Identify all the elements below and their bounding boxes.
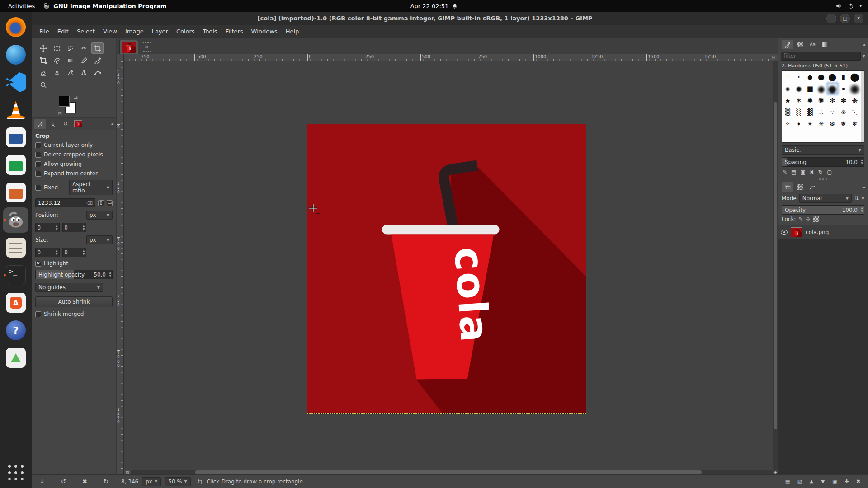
paintbrush-tool-icon[interactable] [91,55,104,66]
checkbox[interactable] [35,171,41,177]
menu-item[interactable]: Colors [172,26,199,37]
dock-item-trash[interactable] [3,345,28,371]
restore-tool-preset-icon[interactable]: ↺ [61,478,66,485]
swap-colors-icon[interactable]: ⇄ [74,95,78,100]
gradient-tool-icon[interactable] [64,55,76,66]
show-applications-button[interactable] [3,460,28,485]
foreground-color-swatch[interactable] [59,96,70,107]
scrollbar-thumb[interactable] [195,470,702,474]
default-colors-icon[interactable]: ◳ [58,111,62,116]
new-brush-icon[interactable]: ▤ [791,169,796,175]
edit-brush-icon[interactable]: ✎ [783,169,787,175]
menu-item[interactable]: Filters [222,26,247,37]
vertical-scrollbar[interactable] [773,61,778,470]
option-expand-from-center[interactable]: Expand from center [35,170,113,177]
checkbox-checked[interactable]: ✕ [35,261,41,267]
spinner-arrows-icon[interactable]: ▲▼ [83,249,86,255]
position-y-spinner[interactable]: ▲▼ [62,223,87,232]
tab-paths[interactable] [807,182,818,192]
layer-mode-select[interactable]: Normal ▼ [799,194,852,203]
portrait-orientation-icon[interactable]: ▯ [98,200,104,206]
pencil-tool-icon[interactable] [78,55,90,66]
brush-thumbnail[interactable]: ∵ [827,106,838,118]
scrollbar-thumb[interactable] [774,102,777,429]
brush-preset-select[interactable]: Basic, ▼ [782,145,864,155]
dock-splitter-handle[interactable] [778,176,868,182]
brush-thumbnail[interactable]: ● [827,71,838,83]
brush-grid[interactable]: ·•●●●▮●●●■●●▪●★✶✹✺✻✽❋▒░▓∴∵※⋱✧✦✴✳❆❅❄ [782,70,864,143]
reset-tool-options-icon[interactable]: ↻ [104,478,108,485]
horizontal-scrollbar[interactable] [124,470,773,474]
brush-thumbnail[interactable]: ✶ [793,94,805,106]
dock-item-files[interactable] [3,235,28,260]
rectangle-select-tool-icon[interactable] [51,42,63,54]
spinner-arrows-icon[interactable]: ▲▼ [861,159,863,164]
dock-item-impress[interactable] [3,180,28,205]
size-height-spinner[interactable]: ▲▼ [62,248,87,257]
image-layer-cola[interactable] [307,124,586,413]
dock-item-terminal[interactable]: >_ [3,263,28,288]
menu-item[interactable]: File [35,26,53,37]
quick-mask-toggle-icon[interactable]: ▨ [124,470,131,474]
size-unit-select[interactable]: px ▼ [86,235,113,244]
minimize-button[interactable]: — [826,14,836,23]
dock-item-writer[interactable] [3,125,28,150]
dock-item-vlc[interactable] [3,97,28,122]
brush-thumbnail[interactable]: ● [816,83,827,94]
lock-alpha-icon[interactable] [813,216,819,222]
layer-name[interactable]: cola.png [806,229,829,235]
layer-visibility-icon[interactable] [781,230,788,235]
tab-layers[interactable] [782,182,793,192]
duplicate-layer-icon[interactable]: ▣ [832,479,837,484]
position-unit-select[interactable]: px ▼ [86,211,113,220]
brush-thumbnail[interactable]: ● [827,83,838,94]
brush-thumbnail[interactable]: ✴ [804,118,816,130]
menu-item[interactable]: Image [121,26,148,37]
brush-thumbnail[interactable]: ● [849,83,860,94]
close-button[interactable]: ✕ [854,14,863,23]
menu-item[interactable]: Help [282,26,303,37]
spacing-slider[interactable]: Spacing 10.0 ▲▼ [782,157,864,167]
canvas-viewport[interactable]: ✚ ▨ [124,61,778,474]
brush-thumbnail[interactable]: ● [804,71,816,83]
brush-thumbnail[interactable]: ❅ [838,118,849,130]
image-tab-cola[interactable] [119,40,138,54]
lock-pixels-icon[interactable]: ✎ [798,216,803,222]
warp-tool-icon[interactable] [51,55,63,66]
brush-thumbnail[interactable]: ✦ [793,118,805,130]
dock-item-ubuntu-software[interactable] [3,290,28,315]
position-y-input[interactable] [63,225,83,231]
paths-tool-icon[interactable] [91,67,104,78]
spinner-arrows-icon[interactable]: ▲▼ [56,225,59,230]
dock-item-calc[interactable] [3,152,28,178]
brush-thumbnail[interactable]: ✧ [782,118,793,130]
layer-item-cola[interactable]: cola.png [778,225,868,239]
text-tool-icon[interactable]: A [78,67,90,78]
spinner-arrows-icon[interactable]: ▲▼ [83,225,86,230]
system-tray[interactable]: ▾ [835,3,868,9]
guides-select[interactable]: No guides ▼ [35,283,103,292]
brush-thumbnail[interactable]: ▪ [838,83,849,94]
option-highlight[interactable]: ✕ Highlight [35,260,113,267]
menu-item[interactable]: Layer [148,26,172,37]
checkbox[interactable] [35,185,41,191]
auto-shrink-button[interactable]: Auto Shrink [35,296,113,307]
chevron-down-icon[interactable]: ▼ [862,197,864,201]
new-layer-group-icon[interactable]: ▧ [797,479,802,484]
empty-image-tab[interactable]: ✕ [142,42,151,52]
mode-switch-icon[interactable]: ⇅ [854,195,859,202]
menu-item[interactable]: Windows [247,26,282,37]
zoom-select[interactable]: 50 % ▼ [165,477,191,486]
delete-brush-icon[interactable]: ✖ [810,169,814,175]
brush-thumbnail[interactable]: ※ [838,106,849,118]
crop-tool-icon[interactable] [91,42,104,54]
brush-thumbnail[interactable]: ▒ [782,106,793,118]
clock[interactable]: Apr 22 02:51 [410,3,458,9]
brush-thumbnail[interactable]: ● [782,83,793,94]
brush-thumbnail[interactable]: ░ [793,106,805,118]
clone-tool-icon[interactable] [51,67,63,78]
dock-item-thunderbird[interactable] [3,42,28,67]
transform-tool-icon[interactable] [37,55,49,66]
spinner-arrows-icon[interactable]: ▲▼ [861,206,863,212]
focused-app-name[interactable]: GNU Image Manipulation Program [43,2,166,9]
